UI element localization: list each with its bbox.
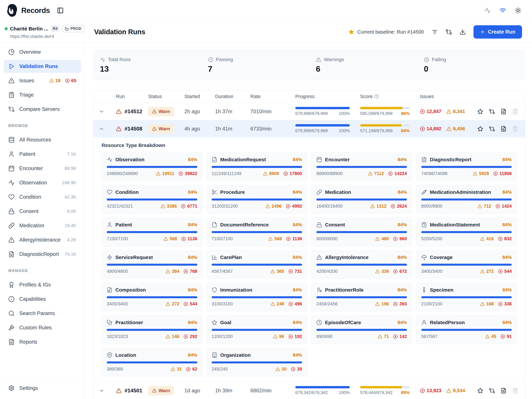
warning-triangle-icon bbox=[480, 237, 485, 241]
sidebar-item-condition[interactable]: Condition 42.3K bbox=[4, 190, 81, 203]
sidebar-item-allergyintolerance[interactable]: AllergyIntolerance 4.2K bbox=[4, 234, 81, 246]
sidebar-item-custom-rules[interactable]: Custom Rules bbox=[4, 321, 81, 334]
resource-card-patient: Patient 84% 7100/7100 568 1136 bbox=[101, 218, 203, 246]
wifi-icon[interactable] bbox=[500, 7, 506, 14]
run-row-14501[interactable]: #14501 Warn 1d ago 1h 39m 6862/min 679,3… bbox=[93, 382, 525, 399]
delete-trash-icon[interactable] bbox=[512, 126, 518, 132]
expand-chevron-icon[interactable] bbox=[99, 388, 104, 393]
sidebar-item-compare-servers[interactable]: Compare Servers bbox=[4, 103, 81, 116]
sidebar-item-patient[interactable]: Patient 7.1K bbox=[4, 148, 81, 161]
resource-progress-bar bbox=[212, 231, 302, 233]
set-baseline-star-icon[interactable] bbox=[477, 126, 483, 132]
sidebar-item-medication[interactable]: Medication 16.4K bbox=[4, 219, 81, 232]
resource-progress-bar bbox=[107, 231, 197, 233]
sidebar-item-search-params[interactable]: Search Params bbox=[4, 307, 81, 320]
resource-progress-bar bbox=[421, 231, 512, 233]
sidebar-item-capabilities[interactable]: Capabilities bbox=[4, 293, 81, 306]
error-count: 768 bbox=[190, 269, 197, 274]
calendar-icon bbox=[8, 165, 15, 171]
stat-card-passing: Passing 7 bbox=[201, 57, 309, 74]
warning-triangle-icon bbox=[49, 78, 54, 83]
run-row-14508[interactable]: #14508 Warn 4h ago 1h 41m 6733/min 679,9… bbox=[93, 120, 525, 138]
started-cell: 4h ago bbox=[184, 126, 215, 132]
sidebar-item-all-resources[interactable]: All Resources bbox=[4, 133, 81, 146]
resource-count: 389/389 bbox=[107, 367, 123, 372]
resource-progress-bar bbox=[107, 198, 197, 201]
error-count: 4992 bbox=[292, 204, 302, 209]
resource-progress-bar bbox=[107, 166, 197, 168]
set-baseline-star-icon[interactable] bbox=[477, 388, 483, 394]
sidebar-toggle-icon[interactable] bbox=[57, 7, 64, 14]
bar-chart-icon bbox=[212, 254, 217, 260]
create-run-button[interactable]: Create Run bbox=[474, 25, 522, 38]
sidebar-item-triage[interactable]: Triage bbox=[4, 89, 81, 101]
theme-sun-icon[interactable] bbox=[515, 7, 521, 14]
help-circle-icon[interactable] bbox=[374, 94, 379, 99]
sidebar-item-reports[interactable]: Reports bbox=[4, 336, 81, 348]
resource-count: 6.0K bbox=[67, 209, 76, 214]
column-header: Run bbox=[110, 94, 148, 99]
activity-status-icon[interactable] bbox=[484, 7, 491, 14]
baseline-label: Current baseline: Run #14500 bbox=[357, 29, 424, 35]
expand-chevron-icon[interactable] bbox=[99, 109, 104, 114]
resource-count: 74098/74098 bbox=[421, 171, 448, 176]
sidebar-item-diagnosticreport[interactable]: DiagnosticReport 74.1K bbox=[4, 248, 81, 261]
sidebar-item-validation-runs[interactable]: Validation Runs bbox=[4, 60, 81, 73]
resource-count: 31200/31200 bbox=[212, 204, 238, 209]
server-selector[interactable]: Charité Berlin ... R4 PROD https://fhir.… bbox=[0, 21, 85, 43]
error-circle-icon bbox=[498, 269, 503, 274]
sidebar-item-label: Encounter bbox=[19, 165, 43, 171]
compare-run-icon[interactable] bbox=[489, 388, 495, 394]
warning-count: 365 bbox=[277, 269, 284, 274]
set-baseline-star-icon[interactable] bbox=[477, 108, 483, 114]
filter-icon[interactable] bbox=[431, 29, 438, 35]
compare-run-icon[interactable] bbox=[489, 126, 495, 132]
warn-badge-icon bbox=[152, 109, 157, 114]
download-icon[interactable] bbox=[460, 29, 466, 35]
sidebar-item-encounter[interactable]: Encounter 88.9K bbox=[4, 162, 81, 175]
resource-progress-bar bbox=[316, 329, 407, 331]
resource-card-consent: Consent 84% 6000/6000 480 960 bbox=[311, 218, 412, 246]
delete-trash-icon[interactable] bbox=[512, 108, 518, 114]
resource-card-relatedperson: RelatedPerson 84% 567/567 45 91 bbox=[416, 315, 517, 344]
error-count: 832 bbox=[504, 236, 512, 241]
sidebar-item-label: Validation Runs bbox=[19, 63, 58, 69]
gear-icon bbox=[8, 385, 15, 391]
sidebar-item-consent[interactable]: Consent 6.0K bbox=[4, 205, 81, 218]
sidebar-item-observation[interactable]: Observation 248.9K bbox=[4, 176, 81, 189]
run-row-14512[interactable]: #14512 Warn 2h ago 1h 37m 7010/min 679,9… bbox=[93, 103, 525, 120]
resource-card-goal: Goal 84% 1200/1200 96 192 bbox=[207, 315, 307, 344]
status-badge: Warn bbox=[148, 107, 174, 116]
delete-trash-icon[interactable] bbox=[512, 388, 518, 394]
sidebar-item-settings[interactable]: Settings bbox=[4, 382, 81, 395]
warn-triangle-icon bbox=[116, 388, 121, 393]
column-header: Duration bbox=[215, 94, 250, 99]
alert-triangle-icon bbox=[316, 57, 321, 62]
main-area: Validation Runs Current baseline: Run #1… bbox=[85, 21, 532, 399]
error-count: 1136 bbox=[292, 236, 302, 241]
resource-count: 16400/16400 bbox=[316, 204, 343, 209]
error-count: 91 bbox=[507, 334, 512, 339]
resource-progress-bar bbox=[421, 296, 512, 298]
error-circle-icon bbox=[393, 334, 398, 339]
error-circle-icon bbox=[184, 269, 188, 274]
report-file-icon[interactable] bbox=[500, 388, 507, 394]
error-count: 393 bbox=[399, 301, 407, 307]
expand-chevron-icon[interactable] bbox=[99, 126, 104, 132]
stat-value: 13 bbox=[100, 64, 201, 74]
report-file-icon[interactable] bbox=[500, 108, 507, 114]
report-file-icon[interactable] bbox=[500, 126, 507, 132]
stat-label: Passing bbox=[216, 57, 233, 62]
compare-runs-icon[interactable] bbox=[446, 29, 452, 35]
warning-triangle-icon bbox=[473, 171, 477, 176]
resource-count: 248890/248890 bbox=[107, 171, 138, 176]
duration-cell: 1h 39m bbox=[215, 388, 250, 394]
error-circle-icon bbox=[288, 334, 293, 339]
sidebar-item-issues[interactable]: Issues 18 65 bbox=[4, 74, 81, 87]
sidebar-item-overview[interactable]: Overview bbox=[4, 45, 81, 58]
compare-run-icon[interactable] bbox=[489, 108, 495, 114]
resource-score-pct: 84% bbox=[293, 157, 302, 162]
sidebar-item-label: Settings bbox=[19, 385, 38, 391]
warning-count: 8900 bbox=[269, 171, 279, 176]
sidebar-item-profiles-igs[interactable]: Profiles & IGs bbox=[4, 278, 81, 291]
